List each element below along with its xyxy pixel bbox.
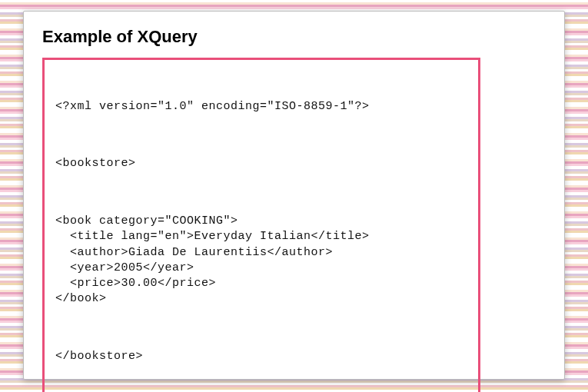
- xml-code-box: <?xml version="1.0" encoding="ISO-8859-1…: [42, 58, 480, 392]
- xml-book-block: <book category="COOKING"> <title lang="e…: [55, 214, 467, 307]
- slide-card: Example of XQuery <?xml version="1.0" en…: [23, 11, 565, 380]
- xml-close-bookstore: </bookstore>: [55, 349, 467, 364]
- xml-declaration: <?xml version="1.0" encoding="ISO-8859-1…: [55, 99, 467, 115]
- slide-title: Example of XQuery: [42, 27, 546, 47]
- xml-open-bookstore: <bookstore>: [55, 156, 467, 171]
